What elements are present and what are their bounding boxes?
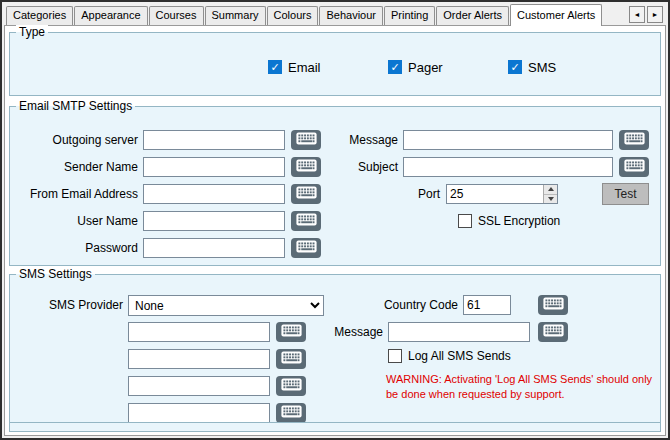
- keyboard-icon: [543, 324, 564, 340]
- tab-summary[interactable]: Summary: [205, 6, 266, 25]
- smtp-message-input[interactable]: [403, 130, 613, 150]
- sms-message-keyboard-button[interactable]: [538, 322, 568, 342]
- email-checkbox[interactable]: [268, 60, 282, 74]
- from-email-input[interactable]: [143, 184, 285, 204]
- sms-warning-text: WARNING: Activating 'Log All SMS Sends' …: [386, 372, 666, 402]
- sms-checkbox-label: SMS: [528, 60, 556, 75]
- port-spin-buttons: [543, 185, 557, 203]
- user-name-label: User Name: [20, 211, 138, 231]
- password-keyboard-button[interactable]: [291, 238, 321, 258]
- email-checkbox-label: Email: [288, 60, 321, 75]
- sms-extra-4-keyboard-button[interactable]: [276, 403, 306, 423]
- keyboard-icon: [624, 159, 645, 175]
- smtp-group-title: Email SMTP Settings: [16, 99, 135, 113]
- user-name-keyboard-button[interactable]: [291, 211, 321, 231]
- tab-scroll-buttons: ◄ ►: [629, 6, 663, 23]
- keyboard-icon: [296, 213, 317, 229]
- tab-appearance[interactable]: Appearance: [74, 6, 147, 25]
- subject-label: Subject: [310, 157, 398, 177]
- log-sms-checkbox-row: Log All SMS Sends: [388, 348, 511, 364]
- subject-keyboard-button[interactable]: [619, 157, 649, 177]
- test-button[interactable]: Test: [602, 183, 649, 205]
- sms-extra-input-1[interactable]: [128, 322, 270, 342]
- password-label: Password: [20, 238, 138, 258]
- outgoing-server-label: Outgoing server: [20, 130, 138, 150]
- password-input[interactable]: [143, 238, 285, 258]
- sms-group-title: SMS Settings: [16, 267, 95, 281]
- tab-categories[interactable]: Categories: [6, 6, 73, 25]
- sms-extra-3-keyboard-button[interactable]: [276, 376, 306, 396]
- tab-customer-alerts[interactable]: Customer Alerts: [510, 4, 602, 26]
- outgoing-server-input[interactable]: [143, 130, 285, 150]
- port-input[interactable]: [447, 185, 543, 203]
- sms-extra-2-keyboard-button[interactable]: [276, 349, 306, 369]
- spin-down-button[interactable]: [544, 194, 557, 204]
- sms-message-input[interactable]: [388, 322, 530, 342]
- pager-checkbox[interactable]: [388, 60, 402, 74]
- sms-extra-1-keyboard-button[interactable]: [276, 322, 306, 342]
- sms-provider-select[interactable]: None: [128, 295, 324, 316]
- bottom-panel: [9, 422, 661, 432]
- sender-name-input[interactable]: [143, 157, 285, 177]
- log-all-sms-checkbox[interactable]: [388, 349, 402, 363]
- keyboard-icon: [281, 378, 302, 394]
- tab-printing[interactable]: Printing: [384, 6, 435, 25]
- tab-courses[interactable]: Courses: [149, 6, 204, 25]
- sms-extra-input-2[interactable]: [128, 349, 270, 369]
- port-spinner: [446, 184, 558, 204]
- sms-provider-label: SMS Provider: [18, 295, 123, 315]
- tab-strip: Categories Appearance Courses Summary Co…: [4, 4, 628, 25]
- country-code-input[interactable]: [463, 295, 511, 315]
- keyboard-icon: [624, 132, 645, 148]
- ssl-checkbox-row: SSL Encryption: [458, 213, 560, 229]
- smtp-message-keyboard-button[interactable]: [619, 130, 649, 150]
- tab-colours[interactable]: Colours: [267, 6, 319, 25]
- spin-up-icon: [548, 187, 554, 191]
- keyboard-icon: [281, 351, 302, 367]
- sender-name-label: Sender Name: [20, 157, 138, 177]
- tab-scroll-left-icon[interactable]: ◄: [629, 6, 645, 23]
- sms-extra-input-3[interactable]: [128, 376, 270, 396]
- customer-alerts-page: Type Email Pager SMS Email SMTP Settings…: [4, 25, 666, 436]
- type-group: Type Email Pager SMS: [9, 32, 661, 96]
- keyboard-icon: [296, 186, 317, 202]
- tab-order-alerts[interactable]: Order Alerts: [436, 6, 509, 25]
- ssl-encryption-label: SSL Encryption: [478, 214, 560, 228]
- country-code-keyboard-button[interactable]: [538, 295, 568, 315]
- keyboard-icon: [543, 297, 564, 313]
- sms-checkbox-row: SMS: [508, 59, 556, 75]
- tab-scroll-right-icon[interactable]: ►: [647, 6, 663, 23]
- pager-checkbox-row: Pager: [388, 59, 443, 75]
- pager-checkbox-label: Pager: [408, 60, 443, 75]
- sms-checkbox[interactable]: [508, 60, 522, 74]
- customer-alerts-dialog: Categories Appearance Courses Summary Co…: [0, 0, 670, 440]
- tab-behaviour[interactable]: Behaviour: [319, 6, 383, 25]
- sms-settings-group: SMS Settings SMS Provider None Country C…: [9, 274, 661, 424]
- port-label: Port: [340, 184, 440, 204]
- sms-message-label: Message: [308, 322, 383, 342]
- from-email-keyboard-button[interactable]: [291, 184, 321, 204]
- keyboard-icon: [281, 405, 302, 421]
- from-email-label: From Email Address: [20, 184, 138, 204]
- log-all-sms-label: Log All SMS Sends: [408, 349, 511, 363]
- subject-input[interactable]: [403, 157, 613, 177]
- spin-up-button[interactable]: [544, 185, 557, 194]
- ssl-encryption-checkbox[interactable]: [458, 214, 472, 228]
- country-code-label: Country Code: [340, 295, 458, 315]
- type-group-title: Type: [16, 25, 48, 39]
- email-checkbox-row: Email: [268, 59, 321, 75]
- spin-down-icon: [548, 197, 554, 201]
- keyboard-icon: [281, 324, 302, 340]
- smtp-message-label: Message: [310, 130, 398, 150]
- smtp-settings-group: Email SMTP Settings Outgoing server Send…: [9, 106, 661, 266]
- keyboard-icon: [296, 240, 317, 256]
- sms-extra-input-4[interactable]: [128, 403, 270, 423]
- user-name-input[interactable]: [143, 211, 285, 231]
